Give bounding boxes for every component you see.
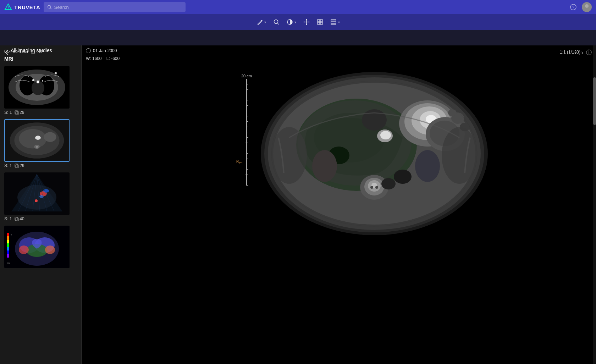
- svg-rect-37: [15, 111, 18, 114]
- series-1: S: 1: [4, 110, 12, 115]
- svg-rect-61: [15, 217, 18, 220]
- study-meta-1: S: 1 29: [4, 110, 77, 115]
- zoom-icon: [273, 19, 280, 25]
- scrollbar-thumb[interactable]: [593, 77, 596, 125]
- svg-point-33: [37, 81, 39, 83]
- series-2: S: 1: [4, 163, 12, 168]
- next-frame-button[interactable]: ›: [580, 48, 585, 57]
- svg-point-104: [370, 186, 373, 189]
- svg-rect-19: [320, 20, 322, 22]
- svg-point-2: [8, 9, 9, 9]
- user-avatar[interactable]: [582, 2, 592, 12]
- ruler-label: 20 cm: [241, 74, 252, 78]
- study-thumbnail-3[interactable]: [4, 172, 70, 215]
- svg-point-36: [55, 72, 57, 74]
- study-thumbnail-4[interactable]: T 0%: [4, 226, 70, 268]
- svg-point-98: [448, 109, 457, 116]
- truveta-logo-icon: [4, 3, 12, 11]
- svg-line-4: [50, 8, 51, 9]
- pen-icon: [256, 19, 263, 25]
- zoom-tool-button[interactable]: [270, 17, 282, 27]
- svg-point-9: [274, 20, 278, 24]
- ruler: 20 cm: [241, 74, 252, 185]
- sidebar-modality: MRI: [4, 56, 77, 62]
- svg-text:0%: 0%: [7, 262, 10, 264]
- brain-color-preview: T 0%: [4, 226, 70, 268]
- svg-point-50: [17, 185, 56, 210]
- frames-icon-3: [15, 217, 19, 221]
- svg-point-44: [35, 136, 41, 140]
- frames-count-3: 40: [20, 216, 24, 221]
- grid-layout-icon: [330, 19, 337, 25]
- svg-rect-71: [7, 236, 9, 240]
- svg-point-110: [415, 150, 440, 182]
- mri-scan-svg: [254, 67, 495, 241]
- search-icon: [47, 5, 52, 10]
- viewer-top-bar: 01-Jan-2000 W: 1600 L: -600: [82, 45, 596, 64]
- contrast-dropdown-chevron: ▾: [294, 20, 296, 24]
- study-item-1[interactable]: S: 1 29: [0, 64, 81, 117]
- svg-point-111: [271, 127, 307, 184]
- back-arrow-icon: [4, 50, 10, 55]
- pan-icon: [303, 19, 310, 25]
- logo-text: TRUVETA: [14, 4, 40, 10]
- frames-1: 29: [15, 110, 24, 115]
- frames-icon-2: [15, 164, 19, 168]
- study-item-2[interactable]: S: 1 29: [0, 117, 81, 170]
- study-thumbnail-2[interactable]: [4, 119, 70, 162]
- user-icon: [583, 3, 591, 11]
- study-item-3[interactable]: S: 1 40: [0, 170, 81, 224]
- svg-point-93: [380, 131, 391, 139]
- grid4-icon: [317, 19, 323, 25]
- svg-point-109: [312, 150, 337, 182]
- svg-rect-24: [331, 24, 336, 24]
- svg-rect-22: [331, 20, 336, 21]
- viewer-date: 01-Jan-2000: [93, 48, 117, 53]
- svg-point-34: [32, 79, 34, 81]
- info-circle-icon[interactable]: ⓘ: [586, 49, 592, 56]
- svg-rect-21: [320, 22, 322, 24]
- top-navigation: TRUVETA ?: [0, 0, 596, 14]
- date-circle-icon: [86, 48, 91, 53]
- pan-tool-button[interactable]: [300, 17, 313, 27]
- subheader: All imaging studies: [0, 30, 596, 45]
- logo: TRUVETA: [4, 3, 40, 11]
- contrast-icon: [287, 19, 293, 25]
- study-item-4[interactable]: T 0%: [0, 224, 81, 270]
- ruler-marker: RPF: [236, 160, 242, 165]
- svg-point-3: [48, 5, 51, 8]
- svg-point-68: [19, 246, 29, 254]
- window-width: W: 1600: [86, 56, 101, 61]
- search-input[interactable]: [54, 5, 182, 10]
- frames-count-2: 29: [20, 163, 24, 168]
- pen-tool-button[interactable]: ▾: [254, 17, 269, 27]
- frames-3: 40: [15, 216, 24, 221]
- viewer-area: 01-Jan-2000 W: 1600 L: -600 ‹ › ⓘ 1:1 (1…: [82, 45, 596, 364]
- svg-line-10: [277, 23, 279, 24]
- svg-rect-70: [7, 233, 9, 236]
- mri-abdomen-preview: [5, 119, 69, 162]
- pen-dropdown-chevron: ▾: [264, 20, 266, 24]
- grid-layout-dropdown-chevron: ▾: [338, 20, 340, 24]
- svg-rect-75: [7, 250, 9, 254]
- svg-point-8: [584, 9, 590, 11]
- frames-icon-1: [15, 110, 19, 115]
- ct-chest-preview: [4, 66, 70, 109]
- svg-rect-23: [331, 22, 336, 23]
- svg-marker-15: [306, 24, 307, 25]
- back-button[interactable]: [3, 48, 11, 58]
- viewer-scrollbar[interactable]: [593, 45, 596, 364]
- svg-rect-18: [318, 20, 320, 22]
- series-3: S: 1: [4, 216, 12, 221]
- grid-layout-button[interactable]: ▾: [327, 17, 343, 27]
- search-bar[interactable]: [44, 2, 186, 12]
- help-icon: ?: [570, 4, 576, 10]
- grid4-button[interactable]: [314, 17, 326, 27]
- study-thumbnail-1[interactable]: [4, 66, 70, 109]
- main-content: 01-Feb-1967 89 MRI: [0, 45, 596, 364]
- svg-rect-72: [7, 240, 9, 243]
- help-button[interactable]: ?: [568, 2, 578, 12]
- contrast-tool-button[interactable]: ▾: [284, 17, 299, 27]
- study-meta-3: S: 1 40: [4, 216, 77, 221]
- svg-text:T: T: [11, 234, 12, 236]
